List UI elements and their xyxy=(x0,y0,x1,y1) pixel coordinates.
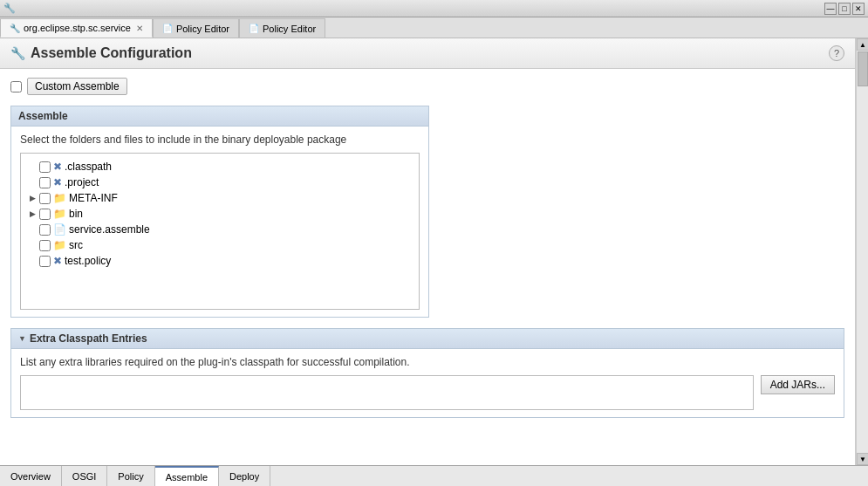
classpath-section: ▼ Extra Classpath Entries List any extra… xyxy=(10,328,844,418)
file-checkbox-meta-inf[interactable] xyxy=(39,193,51,204)
tab-assemble[interactable]: Assemble xyxy=(155,466,219,486)
tab-policy-label: Policy xyxy=(118,471,143,482)
file-name-bin: bin xyxy=(69,208,83,220)
custom-assemble-row: Custom Assemble xyxy=(10,78,844,95)
tab-deploy-label: Deploy xyxy=(229,471,259,482)
file-name-service-assemble: service.assemble xyxy=(69,223,150,236)
xml-icon: ✖ xyxy=(53,161,62,173)
assemble-section-header: Assemble xyxy=(11,106,428,127)
custom-assemble-button[interactable]: Custom Assemble xyxy=(27,78,127,95)
tab-overview-label: Overview xyxy=(10,471,51,482)
scroll-track xyxy=(857,51,868,453)
folder-icon: 📁 xyxy=(53,192,66,204)
tab-2[interactable]: 📄 Policy Editor xyxy=(239,18,325,38)
scrollbar[interactable]: ▲ ▼ xyxy=(856,38,868,465)
help-icon-label: ? xyxy=(834,48,839,58)
main-content: 🔧 Assemble Configuration ? Custom Assemb… xyxy=(0,38,868,465)
tab-label-2: Policy Editor xyxy=(263,24,316,34)
file-tree: ✖ .classpath ✖ .project ▶ xyxy=(20,153,420,310)
tab-policy[interactable]: Policy xyxy=(107,466,154,486)
maximize-button[interactable]: □ xyxy=(838,3,851,15)
assemble-section-title: Assemble xyxy=(18,110,68,122)
scroll-thumb[interactable] xyxy=(858,51,868,86)
close-button[interactable]: ✕ xyxy=(852,3,865,15)
list-item: ✖ test.policy xyxy=(24,253,415,269)
classpath-list[interactable] xyxy=(20,375,754,410)
file-checkbox-bin[interactable] xyxy=(39,209,51,220)
page-title-container: 🔧 Assemble Configuration xyxy=(10,45,192,61)
xml-icon: ✖ xyxy=(53,176,62,188)
app-icon: 🔧 xyxy=(3,3,16,14)
file-checkbox-classpath[interactable] xyxy=(39,161,51,173)
minimize-button[interactable]: — xyxy=(824,3,837,15)
tab-overview[interactable]: Overview xyxy=(0,466,62,486)
assemble-section-description: Select the folders and files to include … xyxy=(20,133,420,146)
tree-toggle-bin[interactable]: ▶ xyxy=(28,209,37,218)
file-name-meta-inf: META-INF xyxy=(69,192,118,204)
file-name-test-policy: test.policy xyxy=(65,255,111,267)
title-bar: 🔧 — □ ✕ xyxy=(0,0,868,17)
tab-icon-0: 🔧 xyxy=(10,24,20,33)
file-checkbox-test-policy[interactable] xyxy=(39,256,51,267)
collapse-arrow-icon: ▼ xyxy=(18,334,26,343)
tab-close-0[interactable]: ✕ xyxy=(136,24,143,33)
tab-label-1: Policy Editor xyxy=(176,24,229,34)
content-body: Custom Assemble Assemble Select the fold… xyxy=(0,69,855,465)
tab-osgi-label: OSGI xyxy=(72,471,97,482)
help-button[interactable]: ? xyxy=(829,45,844,61)
scroll-up-button[interactable]: ▲ xyxy=(857,38,868,51)
file-name-classpath: .classpath xyxy=(65,161,112,173)
assemble-section: Assemble Select the folders and files to… xyxy=(10,106,429,318)
title-bar-controls[interactable]: — □ ✕ xyxy=(824,3,865,15)
title-bar-left: 🔧 xyxy=(3,3,16,14)
custom-assemble-checkbox[interactable] xyxy=(10,81,22,92)
bottom-tabs: Overview OSGI Policy Assemble Deploy xyxy=(0,465,868,486)
tab-icon-1: 📄 xyxy=(162,24,173,33)
classpath-section-title: Extra Classpath Entries xyxy=(30,332,147,345)
classpath-body: List any extra libraries required on the… xyxy=(11,349,844,417)
tab-label-0: org.eclipse.stp.sc.service xyxy=(24,23,131,33)
editor-area: 🔧 Assemble Configuration ? Custom Assemb… xyxy=(0,38,856,465)
file-checkbox-src[interactable] xyxy=(39,240,51,251)
file-name-src: src xyxy=(69,239,83,251)
add-jars-button[interactable]: Add JARs... xyxy=(761,375,835,394)
file-checkbox-project[interactable] xyxy=(39,177,51,188)
xml-icon: ✖ xyxy=(53,255,62,267)
list-item: ▶ 📁 META-INF xyxy=(24,190,415,206)
tab-0[interactable]: 🔧 org.eclipse.stp.sc.service ✕ xyxy=(0,18,153,38)
tree-toggle-meta-inf[interactable]: ▶ xyxy=(28,194,37,202)
tab-icon-2: 📄 xyxy=(249,24,259,33)
classpath-section-header[interactable]: ▼ Extra Classpath Entries xyxy=(11,329,844,349)
tab-deploy[interactable]: Deploy xyxy=(219,466,270,486)
file-name-project: .project xyxy=(65,176,99,188)
tab-bar: 🔧 org.eclipse.stp.sc.service ✕ 📄 Policy … xyxy=(0,17,868,38)
scroll-down-button[interactable]: ▼ xyxy=(857,453,868,465)
list-item: 📄 service.assemble xyxy=(24,222,415,237)
file-checkbox-service-assemble[interactable] xyxy=(39,224,51,236)
page-title-icon: 🔧 xyxy=(10,46,25,60)
classpath-list-area: Add JARs... xyxy=(20,375,835,410)
classpath-description: List any extra libraries required on the… xyxy=(20,356,835,368)
page-header: 🔧 Assemble Configuration ? xyxy=(0,38,855,69)
assemble-section-body: Select the folders and files to include … xyxy=(11,127,428,317)
list-item: ▶ 📁 bin xyxy=(24,206,415,222)
folder-icon: 📁 xyxy=(53,208,66,220)
list-item: ✖ .project xyxy=(24,175,415,190)
list-item: ✖ .classpath xyxy=(24,159,415,175)
tab-assemble-label: Assemble xyxy=(166,472,208,483)
tab-1[interactable]: 📄 Policy Editor xyxy=(153,18,239,38)
list-item: 📁 src xyxy=(24,237,415,253)
folder-icon: 📁 xyxy=(53,239,66,251)
document-icon: 📄 xyxy=(53,223,66,236)
tab-osgi[interactable]: OSGI xyxy=(62,466,108,486)
page-title: Assemble Configuration xyxy=(31,45,192,61)
